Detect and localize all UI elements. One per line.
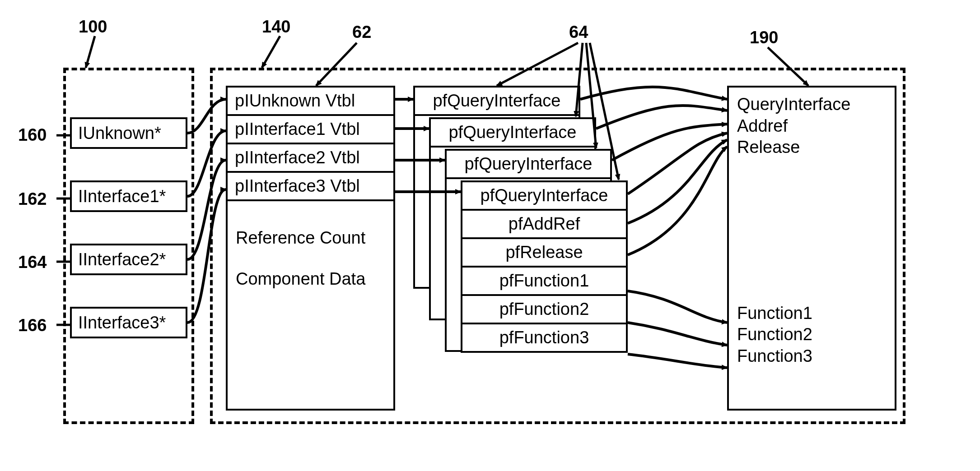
label-190: 190 (750, 28, 778, 47)
vtable-stack-3: pfQueryInterface pfAddRef pfRelease pfFu… (461, 180, 628, 353)
vtbl-ptr-iinterface3: pIInterface3 Vtbl (228, 173, 393, 201)
pfrelease: pfRelease (462, 239, 626, 268)
label-166: 166 (18, 316, 47, 335)
component-data: Component Data (228, 251, 393, 292)
vtbl-ptr-iunknown: pIUnknown Vtbl (228, 88, 393, 116)
reference-count: Reference Count (228, 201, 393, 251)
iinterface3-pointer: IInterface3* (70, 307, 187, 338)
pfaddref: pfAddRef (462, 211, 626, 239)
pffunction2: pfFunction2 (462, 296, 626, 324)
fn-function1: Function1 (737, 303, 887, 324)
functions-box: QueryInterface Addref Release Function1 … (727, 86, 896, 411)
pffunction3: pfFunction3 (462, 324, 626, 351)
vtbl-ptr-iinterface1: pIInterface1 Vtbl (228, 116, 393, 144)
iinterface1-pointer: IInterface1* (70, 180, 187, 212)
label-64: 64 (569, 23, 588, 42)
pfqueryinterface-0: pfQueryInterface (415, 88, 579, 116)
fn-release: Release (737, 137, 887, 158)
label-164: 164 (18, 253, 47, 272)
label-162: 162 (18, 189, 47, 209)
iinterface2-pointer: IInterface2* (70, 244, 187, 275)
pfqueryinterface-3: pfQueryInterface (462, 182, 626, 211)
pfqueryinterface-1: pfQueryInterface (431, 119, 594, 148)
pfqueryinterface-2: pfQueryInterface (447, 151, 610, 179)
fn-function3: Function3 (737, 346, 887, 367)
label-62: 62 (352, 23, 371, 42)
label-140: 140 (262, 17, 290, 37)
label-160: 160 (18, 125, 47, 145)
com-architecture-diagram: 100 140 62 64 190 160 162 164 166 IUnkno… (9, 9, 980, 471)
iunknown-pointer: IUnknown* (70, 117, 187, 149)
label-100: 100 (79, 17, 107, 37)
vtbl-ptr-iinterface2: pIInterface2 Vtbl (228, 144, 393, 173)
component-table: pIUnknown Vtbl pIInterface1 Vtbl pIInter… (226, 86, 395, 411)
fn-function2: Function2 (737, 324, 887, 346)
pffunction1: pfFunction1 (462, 268, 626, 296)
fn-addref: Addref (737, 115, 887, 137)
fn-queryinterface: QueryInterface (737, 94, 887, 115)
